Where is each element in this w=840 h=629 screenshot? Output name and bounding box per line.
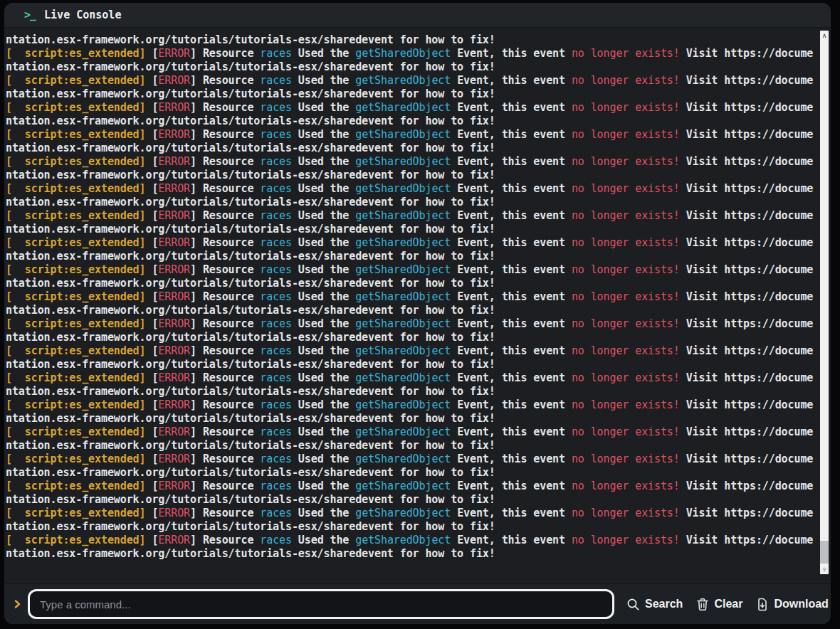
titlebar: >_ Live Console: [4, 3, 831, 28]
live-console-window: >_ Live Console ntation.esx-framework.or…: [4, 3, 831, 624]
console-line: ntation.esx-framework.org/tutorials/tuto…: [6, 169, 819, 182]
console-line: [ script:es_extended] [ERROR] Resource r…: [6, 480, 819, 493]
console-line: ntation.esx-framework.org/tutorials/tuto…: [6, 412, 819, 426]
console-line: ntation.esx-framework.org/tutorials/tuto…: [6, 547, 819, 561]
command-bar: Search Clear: [4, 583, 831, 624]
console-line: ntation.esx-framework.org/tutorials/tuto…: [6, 88, 819, 101]
console-log: ntation.esx-framework.org/tutorials/tuto…: [6, 33, 819, 561]
console-line: ntation.esx-framework.org/tutorials/tuto…: [6, 466, 819, 480]
console-line: ntation.esx-framework.org/tutorials/tuto…: [6, 520, 819, 534]
download-button[interactable]: Download: [756, 598, 828, 611]
download-button-label: Download: [774, 598, 828, 610]
console-line: ntation.esx-framework.org/tutorials/tuto…: [6, 385, 819, 398]
search-icon: [626, 598, 640, 611]
trash-icon: [696, 598, 709, 611]
command-input[interactable]: [28, 589, 614, 619]
console-line: ntation.esx-framework.org/tutorials/tuto…: [6, 493, 819, 507]
console-line: ntation.esx-framework.org/tutorials/tuto…: [6, 358, 819, 371]
search-button-label: Search: [645, 598, 683, 610]
page-title: Live Console: [44, 9, 121, 21]
footer-actions: Search Clear: [626, 598, 829, 611]
scrollbar-down-arrow-icon[interactable]: ∨: [820, 564, 829, 574]
console-line: [ script:es_extended] [ERROR] Resource r…: [6, 155, 819, 169]
console-line: [ script:es_extended] [ERROR] Resource r…: [6, 344, 819, 358]
console-line: ntation.esx-framework.org/tutorials/tuto…: [6, 331, 819, 344]
console-line: [ script:es_extended] [ERROR] Resource r…: [6, 426, 819, 439]
console-line: ntation.esx-framework.org/tutorials/tuto…: [6, 304, 819, 317]
console-line: [ script:es_extended] [ERROR] Resource r…: [6, 236, 819, 250]
console-line: [ script:es_extended] [ERROR] Resource r…: [6, 47, 819, 60]
scrollbar-thumb[interactable]: [820, 541, 829, 564]
console-line: [ script:es_extended] [ERROR] Resource r…: [6, 317, 819, 331]
console-line: ntation.esx-framework.org/tutorials/tuto…: [6, 142, 819, 155]
scrollbar-up-arrow-icon[interactable]: ∧: [820, 31, 829, 41]
console-line: [ script:es_extended] [ERROR] Resource r…: [6, 398, 819, 412]
download-file-icon: [756, 598, 769, 611]
console-line: ntation.esx-framework.org/tutorials/tuto…: [6, 33, 819, 47]
clear-button[interactable]: Clear: [696, 598, 742, 611]
console-line: [ script:es_extended] [ERROR] Resource r…: [6, 507, 819, 520]
console-line: [ script:es_extended] [ERROR] Resource r…: [6, 453, 819, 466]
console-output-area[interactable]: ntation.esx-framework.org/tutorials/tuto…: [4, 28, 831, 583]
terminal-prompt-icon: >_: [24, 9, 36, 21]
console-line: [ script:es_extended] [ERROR] Resource r…: [6, 101, 819, 115]
console-line: [ script:es_extended] [ERROR] Resource r…: [6, 209, 819, 223]
console-line: ntation.esx-framework.org/tutorials/tuto…: [6, 223, 819, 236]
console-line: [ script:es_extended] [ERROR] Resource r…: [6, 290, 819, 304]
console-line: ntation.esx-framework.org/tutorials/tuto…: [6, 250, 819, 263]
console-line: ntation.esx-framework.org/tutorials/tuto…: [6, 277, 819, 290]
console-line: ntation.esx-framework.org/tutorials/tuto…: [6, 60, 819, 74]
prompt-chevron-icon: [11, 599, 23, 609]
console-line: ntation.esx-framework.org/tutorials/tuto…: [6, 439, 819, 453]
console-line: ntation.esx-framework.org/tutorials/tuto…: [6, 115, 819, 128]
clear-button-label: Clear: [714, 598, 742, 610]
console-line: [ script:es_extended] [ERROR] Resource r…: [6, 182, 819, 196]
console-scrollbar[interactable]: ∧ ∨: [820, 31, 829, 574]
console-line: [ script:es_extended] [ERROR] Resource r…: [6, 263, 819, 277]
search-button[interactable]: Search: [626, 598, 683, 611]
console-line: [ script:es_extended] [ERROR] Resource r…: [6, 128, 819, 142]
console-line: [ script:es_extended] [ERROR] Resource r…: [6, 534, 819, 547]
console-line: [ script:es_extended] [ERROR] Resource r…: [6, 371, 819, 385]
console-line: [ script:es_extended] [ERROR] Resource r…: [6, 74, 819, 88]
console-line: ntation.esx-framework.org/tutorials/tuto…: [6, 196, 819, 209]
